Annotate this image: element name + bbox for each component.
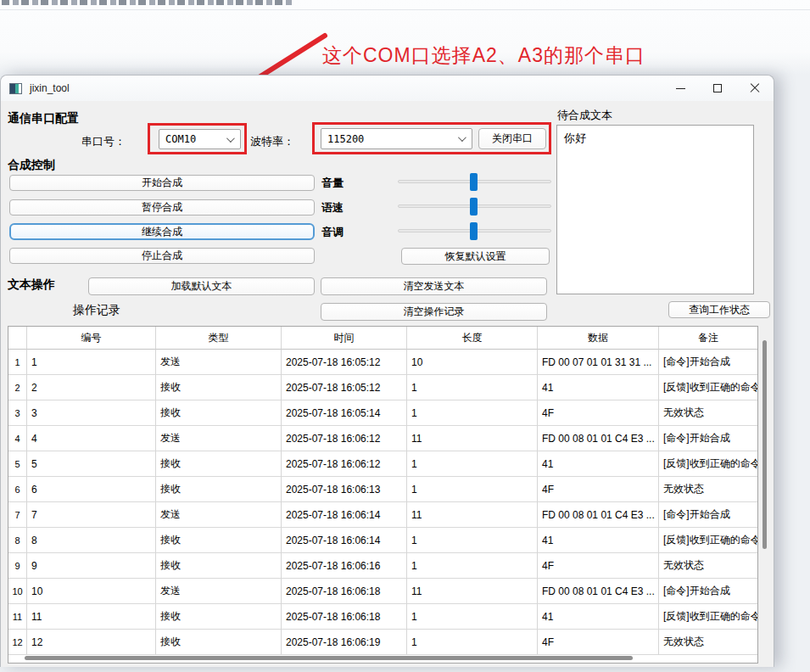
table-row[interactable]: 1111接收2025-07-18 16:06:18141[反馈]收到正确的命令 — [8, 604, 757, 630]
table-row[interactable]: 44发送2025-07-18 16:06:1211FD 00 08 01 01 … — [8, 426, 757, 451]
cell-length: 1 — [407, 630, 538, 655]
row-number: 3 — [8, 400, 27, 426]
app-window: jixin_tool 通信串口配置 串口号： COM10 波特率： 115200 — [0, 75, 774, 667]
cell-length: 1 — [407, 477, 538, 502]
clear-operation-record-button[interactable]: 清空操作记录 — [321, 303, 547, 321]
cell-number: 5 — [27, 451, 156, 477]
baud-rate-select[interactable]: 115200 — [321, 128, 472, 149]
table-row[interactable]: 99接收2025-07-18 16:06:1614F无效状态 — [8, 553, 757, 579]
baud-rate-value: 115200 — [327, 133, 364, 145]
cell-data: 4F — [538, 630, 659, 655]
speed-slider[interactable] — [398, 204, 551, 208]
screen: 这个COM口选择A2、A3的那个串口 jixin_tool 通信串口配置 串口号… — [0, 0, 810, 672]
horizontal-scrollbar-thumb[interactable] — [25, 656, 633, 660]
cell-remark: [命令]开始合成 — [659, 350, 757, 375]
stop-synthesis-button[interactable]: 停止合成 — [9, 248, 315, 264]
volume-label: 音量 — [321, 176, 344, 191]
client-area: 通信串口配置 串口号： COM10 波特率： 115200 关闭串口 待合成文本… — [1, 101, 774, 668]
table-row[interactable]: 66接收2025-07-18 16:06:1314F无效状态 — [8, 477, 757, 502]
cell-remark: 无效状态 — [659, 630, 757, 655]
table-body: 11发送2025-07-18 16:05:1210FD 00 07 01 01 … — [8, 350, 757, 655]
com-port-value: COM10 — [165, 133, 196, 145]
column-header-length[interactable]: 长度 — [407, 327, 538, 350]
chevron-down-icon — [226, 134, 235, 143]
pending-text-label: 待合成文本 — [557, 108, 612, 123]
log-table: 编号类型时间长度数据备注 11发送2025-07-18 16:05:1210FD… — [8, 326, 758, 664]
row-number-header — [8, 327, 27, 350]
cell-type: 接收 — [156, 528, 282, 553]
table-row[interactable]: 1212接收2025-07-18 16:06:1914F无效状态 — [8, 630, 757, 655]
cell-remark: 无效状态 — [659, 400, 757, 426]
cell-data: FD 00 07 01 01 31 31 ... — [538, 350, 659, 375]
chevron-down-icon — [458, 133, 466, 142]
close-icon — [750, 83, 760, 93]
cell-length: 1 — [407, 604, 538, 630]
column-header-type[interactable]: 类型 — [156, 327, 282, 350]
com-port-label: 串口号： — [81, 134, 126, 149]
table-row[interactable]: 11发送2025-07-18 16:05:1210FD 00 07 01 01 … — [8, 350, 757, 375]
row-number: 12 — [8, 630, 27, 655]
slider-thumb[interactable] — [470, 198, 478, 216]
table-row[interactable]: 55接收2025-07-18 16:06:12141[反馈]收到正确的命令 — [8, 451, 757, 477]
cell-length: 1 — [407, 528, 538, 553]
table-row[interactable]: 77发送2025-07-18 16:06:1411FD 00 08 01 01 … — [8, 502, 757, 528]
cell-data: FD 00 08 01 01 C4 E3 ... — [538, 426, 659, 451]
table-row[interactable]: 88接收2025-07-18 16:06:14141[反馈]收到正确的命令 — [8, 528, 757, 553]
window-title: jixin_tool — [30, 82, 70, 94]
title-bar[interactable]: jixin_tool — [1, 76, 774, 101]
close-button[interactable] — [736, 76, 774, 101]
query-work-status-button[interactable]: 查询工作状态 — [668, 301, 770, 318]
cell-length: 10 — [407, 350, 538, 375]
cell-length: 1 — [407, 553, 538, 579]
com-port-select[interactable]: COM10 — [159, 129, 241, 149]
restore-defaults-button[interactable]: 恢复默认设置 — [401, 248, 550, 265]
cell-type: 发送 — [156, 426, 282, 451]
cell-length: 11 — [407, 502, 538, 528]
pause-synthesis-button[interactable]: 暂停合成 — [9, 199, 315, 216]
table-row[interactable]: 22接收2025-07-18 16:05:12141[反馈]收到正确的命令 — [8, 375, 757, 400]
app-icon — [9, 83, 22, 94]
row-number: 5 — [8, 451, 27, 477]
row-number: 7 — [8, 502, 27, 528]
cell-type: 接收 — [156, 375, 282, 400]
cell-data: 4F — [538, 477, 659, 502]
cell-time: 2025-07-18 16:06:13 — [282, 477, 407, 502]
slider-thumb[interactable] — [470, 222, 478, 240]
row-number: 10 — [8, 579, 27, 604]
cell-length: 1 — [407, 400, 538, 426]
column-header-time[interactable]: 时间 — [282, 327, 407, 350]
row-number: 4 — [8, 426, 27, 451]
table-row[interactable]: 33接收2025-07-18 16:05:1414F无效状态 — [8, 400, 757, 426]
cell-time: 2025-07-18 16:06:18 — [282, 604, 407, 630]
cell-data: FD 00 08 01 01 C4 E3 ... — [538, 579, 659, 604]
clipped-background-text — [2, 0, 294, 5]
cell-number: 8 — [27, 528, 156, 553]
cell-type: 接收 — [156, 553, 282, 579]
cell-number: 12 — [27, 630, 156, 655]
minimize-button[interactable] — [662, 76, 699, 101]
resume-synthesis-button[interactable]: 继续合成 — [9, 223, 315, 240]
column-header-number[interactable]: 编号 — [27, 327, 156, 350]
close-port-button[interactable]: 关闭串口 — [478, 128, 546, 149]
cell-time: 2025-07-18 16:06:14 — [282, 502, 407, 528]
cell-data: 41 — [538, 528, 659, 553]
table-row[interactable]: 1010发送2025-07-18 16:06:1811FD 00 08 01 0… — [8, 579, 757, 604]
section-synthesis-control: 合成控制 — [8, 158, 55, 173]
operation-record-label: 操作记录 — [73, 303, 120, 318]
cell-number: 2 — [27, 375, 156, 400]
column-header-data[interactable]: 数据 — [538, 327, 659, 350]
clear-send-text-button[interactable]: 清空发送文本 — [321, 277, 547, 295]
column-header-remark[interactable]: 备注 — [659, 327, 757, 350]
pending-text-area[interactable]: 你好 — [556, 125, 754, 294]
cell-type: 接收 — [156, 604, 282, 630]
start-synthesis-button[interactable]: 开始合成 — [9, 175, 315, 191]
vertical-scrollbar-thumb[interactable] — [763, 340, 767, 549]
load-default-text-button[interactable]: 加载默认文本 — [88, 277, 315, 295]
maximize-button[interactable] — [699, 76, 736, 101]
volume-slider[interactable] — [398, 180, 551, 183]
cell-time: 2025-07-18 16:06:18 — [282, 579, 407, 604]
slider-thumb[interactable] — [470, 173, 478, 191]
cell-remark: [命令]开始合成 — [659, 426, 757, 451]
speed-label: 语速 — [321, 200, 344, 216]
pitch-slider[interactable] — [398, 229, 551, 232]
